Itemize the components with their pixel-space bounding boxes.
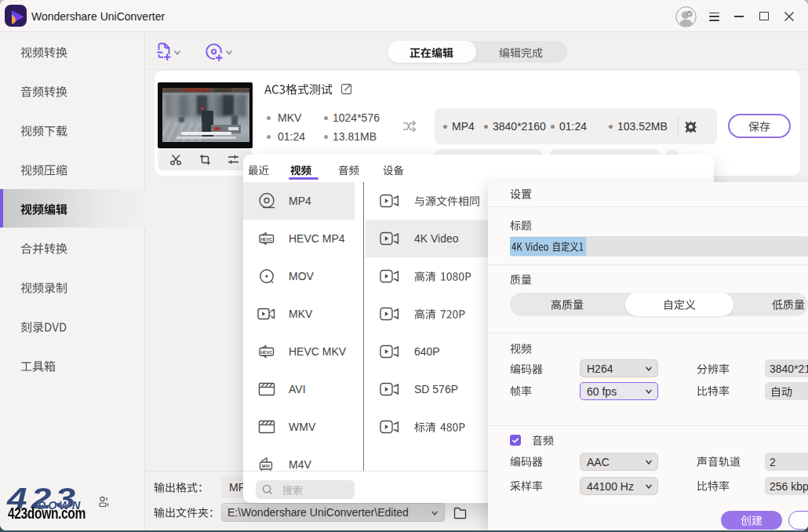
svg-text:HEVC: HEVC [260,350,272,355]
svg-text:HEVC: HEVC [260,237,272,242]
svg-text:M4V: M4V [262,464,271,468]
